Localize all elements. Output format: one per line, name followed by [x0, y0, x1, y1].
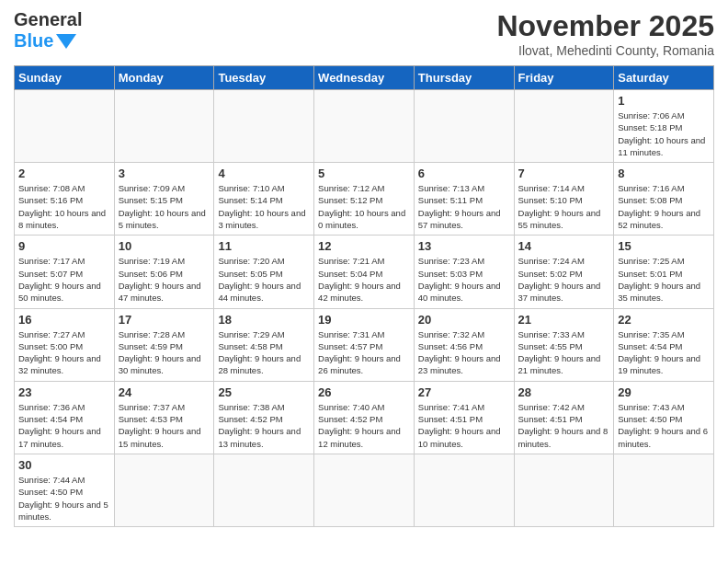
calendar-cell: 9Sunrise: 7:17 AMSunset: 5:07 PMDaylight…	[15, 236, 115, 308]
calendar-cell: 27Sunrise: 7:41 AMSunset: 4:51 PMDayligh…	[414, 381, 514, 454]
day-number: 18	[218, 313, 310, 327]
month-title: November 2025	[496, 9, 714, 43]
calendar-cell: 18Sunrise: 7:29 AMSunset: 4:58 PMDayligh…	[214, 308, 314, 381]
calendar-cell: 22Sunrise: 7:35 AMSunset: 4:54 PMDayligh…	[614, 308, 714, 381]
calendar-cell: 30Sunrise: 7:44 AMSunset: 4:50 PMDayligh…	[15, 454, 115, 526]
day-number: 27	[418, 385, 510, 399]
calendar-table: SundayMondayTuesdayWednesdayThursdayFrid…	[14, 65, 714, 527]
calendar-cell: 29Sunrise: 7:43 AMSunset: 4:50 PMDayligh…	[614, 381, 714, 454]
day-number: 25	[218, 385, 310, 399]
calendar-cell	[214, 90, 314, 163]
day-number: 6	[418, 167, 510, 180]
day-info: Sunrise: 7:24 AMSunset: 5:02 PMDaylight:…	[518, 255, 610, 304]
day-info: Sunrise: 7:36 AMSunset: 4:54 PMDaylight:…	[18, 401, 110, 450]
page: General Blue November 2025 Ilovat, Mehed…	[0, 0, 728, 536]
day-number: 11	[218, 239, 310, 253]
calendar-cell: 26Sunrise: 7:40 AMSunset: 4:52 PMDayligh…	[314, 381, 415, 454]
day-number: 23	[18, 385, 110, 399]
calendar-cell	[414, 90, 514, 163]
calendar-cell: 2Sunrise: 7:08 AMSunset: 5:16 PMDaylight…	[15, 163, 115, 236]
weekday-header-wednesday: Wednesday	[314, 66, 415, 90]
day-info: Sunrise: 7:12 AMSunset: 5:12 PMDaylight:…	[318, 182, 410, 231]
calendar-cell: 23Sunrise: 7:36 AMSunset: 4:54 PMDayligh…	[15, 381, 115, 454]
day-number: 4	[218, 167, 310, 180]
day-info: Sunrise: 7:25 AMSunset: 5:01 PMDaylight:…	[618, 255, 710, 304]
weekday-header-tuesday: Tuesday	[214, 66, 314, 90]
logo-text-general: General	[14, 9, 82, 30]
calendar-cell	[314, 90, 415, 163]
calendar-cell: 8Sunrise: 7:16 AMSunset: 5:08 PMDaylight…	[614, 163, 714, 236]
calendar-week-2: 2Sunrise: 7:08 AMSunset: 5:16 PMDaylight…	[15, 163, 714, 236]
calendar-cell	[214, 454, 314, 526]
day-number: 26	[318, 385, 410, 399]
calendar-cell: 6Sunrise: 7:13 AMSunset: 5:11 PMDaylight…	[414, 163, 514, 236]
day-number: 3	[119, 167, 210, 180]
day-info: Sunrise: 7:43 AMSunset: 4:50 PMDaylight:…	[618, 401, 710, 450]
weekday-header-sunday: Sunday	[15, 66, 115, 90]
day-number: 13	[418, 239, 510, 253]
day-number: 7	[518, 167, 610, 180]
day-number: 20	[418, 313, 510, 327]
calendar-cell	[514, 90, 614, 163]
calendar-cell: 4Sunrise: 7:10 AMSunset: 5:14 PMDaylight…	[214, 163, 314, 236]
day-number: 16	[18, 313, 110, 327]
calendar-cell: 11Sunrise: 7:20 AMSunset: 5:05 PMDayligh…	[214, 236, 314, 308]
calendar-cell: 1Sunrise: 7:06 AMSunset: 5:18 PMDaylight…	[614, 90, 714, 163]
calendar-cell	[414, 454, 514, 526]
weekday-header-monday: Monday	[114, 66, 214, 90]
calendar-cell: 12Sunrise: 7:21 AMSunset: 5:04 PMDayligh…	[314, 236, 415, 308]
calendar-week-1: 1Sunrise: 7:06 AMSunset: 5:18 PMDaylight…	[15, 90, 714, 163]
day-info: Sunrise: 7:31 AMSunset: 4:57 PMDaylight:…	[318, 328, 410, 377]
day-info: Sunrise: 7:19 AMSunset: 5:06 PMDaylight:…	[119, 255, 210, 304]
calendar-cell: 24Sunrise: 7:37 AMSunset: 4:53 PMDayligh…	[114, 381, 214, 454]
calendar-cell: 17Sunrise: 7:28 AMSunset: 4:59 PMDayligh…	[114, 308, 214, 381]
day-info: Sunrise: 7:44 AMSunset: 4:50 PMDaylight:…	[18, 474, 110, 523]
weekday-header-friday: Friday	[514, 66, 614, 90]
day-number: 17	[119, 313, 210, 327]
calendar-cell: 10Sunrise: 7:19 AMSunset: 5:06 PMDayligh…	[114, 236, 214, 308]
day-info: Sunrise: 7:13 AMSunset: 5:11 PMDaylight:…	[418, 182, 510, 231]
day-number: 12	[318, 239, 410, 253]
calendar-cell	[15, 90, 115, 163]
calendar-cell	[514, 454, 614, 526]
day-number: 30	[18, 458, 110, 472]
calendar-cell: 28Sunrise: 7:42 AMSunset: 4:51 PMDayligh…	[514, 381, 614, 454]
calendar-cell: 15Sunrise: 7:25 AMSunset: 5:01 PMDayligh…	[614, 236, 714, 308]
day-info: Sunrise: 7:14 AMSunset: 5:10 PMDaylight:…	[518, 182, 610, 231]
calendar-cell	[314, 454, 415, 526]
weekday-header-saturday: Saturday	[614, 66, 714, 90]
calendar-cell: 25Sunrise: 7:38 AMSunset: 4:52 PMDayligh…	[214, 381, 314, 454]
calendar-cell: 3Sunrise: 7:09 AMSunset: 5:15 PMDaylight…	[114, 163, 214, 236]
calendar-cell: 7Sunrise: 7:14 AMSunset: 5:10 PMDaylight…	[514, 163, 614, 236]
svg-marker-0	[56, 34, 76, 49]
day-info: Sunrise: 7:09 AMSunset: 5:15 PMDaylight:…	[119, 182, 210, 231]
day-info: Sunrise: 7:29 AMSunset: 4:58 PMDaylight:…	[218, 328, 310, 377]
day-number: 21	[518, 313, 610, 327]
calendar-cell	[114, 454, 214, 526]
day-number: 1	[618, 94, 710, 108]
day-info: Sunrise: 7:17 AMSunset: 5:07 PMDaylight:…	[18, 255, 110, 304]
calendar-cell: 13Sunrise: 7:23 AMSunset: 5:03 PMDayligh…	[414, 236, 514, 308]
day-info: Sunrise: 7:41 AMSunset: 4:51 PMDaylight:…	[418, 401, 510, 450]
calendar-cell: 14Sunrise: 7:24 AMSunset: 5:02 PMDayligh…	[514, 236, 614, 308]
day-number: 19	[318, 313, 410, 327]
calendar-cell	[614, 454, 714, 526]
logo: General Blue	[14, 9, 82, 52]
header: General Blue November 2025 Ilovat, Mehed…	[14, 9, 714, 58]
logo-icon: General	[14, 9, 82, 30]
day-number: 5	[318, 167, 410, 180]
calendar-cell: 5Sunrise: 7:12 AMSunset: 5:12 PMDaylight…	[314, 163, 415, 236]
calendar-week-6: 30Sunrise: 7:44 AMSunset: 4:50 PMDayligh…	[15, 454, 714, 526]
day-info: Sunrise: 7:10 AMSunset: 5:14 PMDaylight:…	[218, 182, 310, 231]
day-info: Sunrise: 7:32 AMSunset: 4:56 PMDaylight:…	[418, 328, 510, 377]
day-number: 29	[618, 385, 710, 399]
day-info: Sunrise: 7:20 AMSunset: 5:05 PMDaylight:…	[218, 255, 310, 304]
calendar-week-3: 9Sunrise: 7:17 AMSunset: 5:07 PMDaylight…	[15, 236, 714, 308]
location: Ilovat, Mehedinti County, Romania	[496, 43, 714, 58]
day-number: 9	[18, 239, 110, 253]
day-number: 28	[518, 385, 610, 399]
day-info: Sunrise: 7:37 AMSunset: 4:53 PMDaylight:…	[119, 401, 210, 450]
day-number: 8	[618, 167, 710, 180]
day-number: 15	[618, 239, 710, 253]
day-info: Sunrise: 7:42 AMSunset: 4:51 PMDaylight:…	[518, 401, 610, 450]
